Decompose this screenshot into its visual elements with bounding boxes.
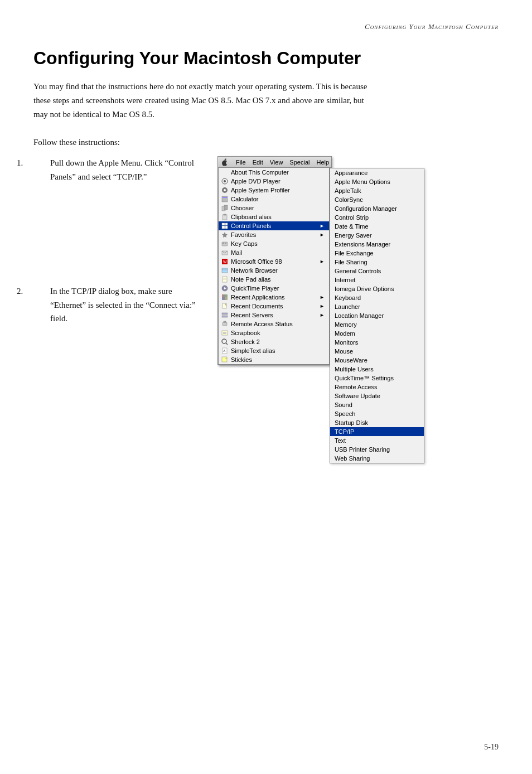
svg-line-40	[226, 343, 228, 345]
submenu-general-controls[interactable]: General Controls	[330, 267, 424, 275]
profiler-icon	[221, 186, 229, 194]
submenu-memory[interactable]: Memory	[330, 320, 424, 329]
submenu-date-time[interactable]: Date & Time	[330, 222, 424, 231]
step-2: 2.In the TCP/IP dialog box, make sure “E…	[33, 284, 201, 326]
menu-recent-documents[interactable]: Recent Documents ►	[219, 302, 329, 311]
svg-text:A: A	[223, 349, 226, 352]
step-1-number: 1.	[33, 156, 50, 170]
menu-network-browser[interactable]: Network Browser	[219, 266, 329, 275]
submenu-mouseware[interactable]: MouseWare	[330, 356, 424, 365]
notepad-icon	[221, 275, 229, 283]
recent-apps-icon	[221, 293, 229, 301]
svg-rect-5	[223, 197, 227, 198]
svg-rect-13	[225, 226, 228, 229]
menu-calculator[interactable]: Calculator	[219, 195, 329, 204]
submenu-file-exchange[interactable]: File Exchange	[330, 249, 424, 258]
menu-note-pad[interactable]: Note Pad alias	[219, 275, 329, 284]
svg-rect-29	[225, 294, 228, 297]
apple-menu-dropdown: About This Computer Apple DVD Player App…	[218, 168, 330, 365]
submenu-sound[interactable]: Sound	[330, 400, 424, 409]
menu-about-computer[interactable]: About This Computer	[219, 168, 329, 177]
submenu-file-sharing[interactable]: File Sharing	[330, 258, 424, 267]
menu-edit[interactable]: Edit	[253, 159, 263, 166]
menu-remote-access-status[interactable]: Remote Access Status	[219, 320, 329, 328]
submenu-speech[interactable]: Speech	[330, 409, 424, 418]
svg-rect-33	[222, 313, 228, 315]
recent-servers-arrow: ►	[320, 312, 325, 318]
menu-key-caps[interactable]: Key Caps	[219, 239, 329, 248]
svg-rect-16	[223, 243, 224, 244]
screenshot-column: File Edit View Special Help About This C…	[217, 156, 332, 365]
menu-simpletext[interactable]: A SimpleText alias	[219, 346, 329, 355]
submenu-energy-saver[interactable]: Energy Saver	[330, 231, 424, 240]
instructions-column: 1.Pull down the Apple Menu. Click “Contr…	[33, 156, 201, 354]
menu-stickies[interactable]: Stickies	[219, 355, 329, 364]
svg-rect-43	[222, 357, 227, 362]
submenu-appearance[interactable]: Appearance	[330, 168, 424, 177]
msoffice-arrow: ►	[320, 259, 325, 264]
submenu-colorsync[interactable]: ColorSync	[330, 195, 424, 204]
simpletext-icon: A	[221, 347, 229, 355]
submenu-config-manager[interactable]: Configuration Manager	[330, 204, 424, 213]
menu-dvd-player[interactable]: Apple DVD Player	[219, 177, 329, 186]
control-panels-submenu: Appearance Apple Menu Options AppleTalk …	[330, 168, 424, 463]
menu-recent-applications[interactable]: Recent Applications ►	[219, 293, 329, 302]
svg-rect-35	[223, 322, 227, 326]
control-panels-icon	[221, 222, 229, 230]
dvd-icon	[221, 177, 229, 185]
submenu-launcher[interactable]: Launcher	[330, 302, 424, 311]
svg-rect-38	[223, 332, 226, 334]
apple-menu-icon[interactable]	[220, 158, 229, 167]
menu-control-panels[interactable]: Control Panels ►	[219, 221, 329, 230]
menu-file[interactable]: File	[236, 159, 246, 166]
svg-rect-7	[224, 205, 228, 210]
svg-rect-8	[223, 215, 227, 220]
menu-favorites[interactable]: Favorites ►	[219, 230, 329, 239]
svg-rect-17	[225, 243, 226, 244]
follow-label: Follow these instructions:	[33, 138, 499, 147]
menu-chooser[interactable]: Chooser	[219, 204, 329, 212]
submenu-usb-printer[interactable]: USB Printer Sharing	[330, 445, 424, 454]
submenu-software-update[interactable]: Software Update	[330, 391, 424, 400]
network-browser-icon	[221, 267, 229, 274]
about-icon	[221, 168, 229, 176]
menu-scrapbook[interactable]: Scrapbook	[219, 328, 329, 337]
recent-apps-arrow: ►	[320, 294, 325, 300]
svg-rect-30	[222, 297, 225, 300]
menu-recent-servers[interactable]: Recent Servers ►	[219, 311, 329, 320]
submenu-web-sharing[interactable]: Web Sharing	[330, 454, 424, 463]
submenu-tcpip[interactable]: TCP/IP	[330, 427, 424, 436]
submenu-keyboard[interactable]: Keyboard	[330, 293, 424, 302]
submenu-iomega[interactable]: Iomega Drive Options	[330, 284, 424, 293]
menu-ms-office[interactable]: W Microsoft Office 98 ►	[219, 257, 329, 266]
submenu-startup-disk[interactable]: Startup Disk	[330, 418, 424, 427]
quicktime-icon	[221, 284, 229, 292]
svg-rect-31	[225, 297, 228, 300]
submenu-modem[interactable]: Modem	[330, 329, 424, 338]
menu-mail[interactable]: Mail	[219, 248, 329, 257]
menu-quicktime-player[interactable]: QuickTime Player	[219, 284, 329, 293]
submenu-multiple-users[interactable]: Multiple Users	[330, 365, 424, 374]
submenu-appletalk[interactable]: AppleTalk	[330, 186, 424, 195]
menu-clipboard[interactable]: Clipboard alias	[219, 212, 329, 221]
clipboard-icon	[221, 213, 229, 221]
submenu-internet[interactable]: Internet	[330, 275, 424, 284]
submenu-quicktime-settings[interactable]: QuickTime™ Settings	[330, 374, 424, 383]
submenu-apple-menu-options[interactable]: Apple Menu Options	[330, 177, 424, 186]
favorites-icon	[221, 231, 229, 239]
submenu-monitors[interactable]: Monitors	[330, 338, 424, 347]
page-number: 5-19	[484, 743, 499, 752]
menu-view[interactable]: View	[270, 159, 283, 166]
submenu-mouse[interactable]: Mouse	[330, 347, 424, 356]
menu-help[interactable]: Help	[316, 159, 329, 166]
menu-system-profiler[interactable]: Apple System Profiler	[219, 186, 329, 195]
submenu-remote-access[interactable]: Remote Access	[330, 383, 424, 391]
submenu-text[interactable]: Text	[330, 436, 424, 445]
menu-special[interactable]: Special	[289, 159, 309, 166]
submenu-extensions-manager[interactable]: Extensions Manager	[330, 240, 424, 249]
submenu-control-strip[interactable]: Control Strip	[330, 213, 424, 222]
submenu-location-manager[interactable]: Location Manager	[330, 311, 424, 320]
menu-sherlock[interactable]: Sherlock 2	[219, 337, 329, 346]
step-1-text: 1.Pull down the Apple Menu. Click “Contr…	[33, 156, 201, 184]
svg-rect-36	[224, 321, 226, 322]
